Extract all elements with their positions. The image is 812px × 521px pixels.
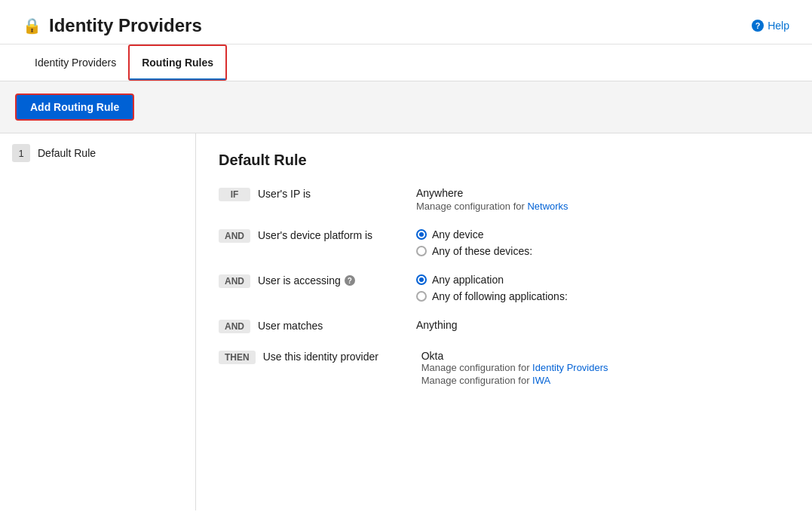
condition-label-device: User's device platform is: [258, 228, 416, 241]
iwa-link[interactable]: IWA: [532, 375, 550, 386]
condition-label-accessing: User is accessing ?: [258, 274, 416, 287]
radio-following-applications[interactable]: Any of following applications:: [416, 290, 568, 302]
help-circle-icon: ?: [752, 20, 764, 32]
radio-dot-any-device: [416, 229, 427, 240]
radio-dot-following-apps: [416, 291, 427, 302]
lock-icon: 🔒: [23, 17, 41, 35]
condition-value-then: Okta Manage configuration for Identity P…: [421, 350, 608, 386]
condition-row-accessing: AND User is accessing ? Any application …: [219, 274, 789, 302]
tab-identity-providers[interactable]: Identity Providers: [23, 44, 128, 81]
condition-value-ip: Anywhere Manage configuration for Networ…: [416, 187, 568, 212]
info-icon-accessing[interactable]: ?: [345, 275, 355, 286]
help-label: Help: [768, 20, 789, 32]
condition-badge-and-device: AND: [219, 229, 250, 243]
accessing-radio-group: Any application Any of following applica…: [416, 274, 568, 302]
condition-badge-then: THEN: [219, 351, 256, 364]
condition-row-then: THEN Use this identity provider Okta Man…: [219, 350, 789, 386]
condition-row-device: AND User's device platform is Any device…: [219, 228, 789, 257]
help-link[interactable]: ? Help: [752, 20, 789, 32]
tab-routing-rules[interactable]: Routing Rules: [128, 44, 227, 81]
rules-list: 1 Default Rule: [0, 133, 196, 510]
manage-iwa-text: Manage configuration for IWA: [421, 375, 608, 386]
add-routing-rule-button[interactable]: Add Routing Rule: [15, 93, 134, 121]
rule-number: 1: [12, 144, 30, 162]
radio-any-device[interactable]: Any device: [416, 228, 532, 241]
condition-badge-and-accessing: AND: [219, 274, 250, 288]
radio-dot-these-devices: [416, 246, 427, 256]
content-area: 1 Default Rule Default Rule IF User's IP…: [0, 133, 812, 510]
tabs-bar: Identity Providers Routing Rules: [0, 44, 812, 81]
condition-label-then: Use this identity provider: [263, 350, 421, 363]
condition-badge-if: IF: [219, 188, 250, 201]
networks-link[interactable]: Networks: [527, 201, 568, 212]
rule-detail: Default Rule IF User's IP is Anywhere Ma…: [196, 133, 812, 510]
manage-links: Manage configuration for Identity Provid…: [421, 362, 608, 386]
page-header: 🔒 Identity Providers ? Help: [0, 0, 812, 44]
radio-any-application[interactable]: Any application: [416, 274, 568, 286]
page-title: Identity Providers: [49, 15, 202, 36]
condition-value-matches: Anything: [416, 319, 457, 331]
condition-label-matches: User matches: [258, 319, 416, 332]
list-item[interactable]: 1 Default Rule: [0, 133, 195, 173]
manage-idp-text: Manage configuration for Identity Provid…: [421, 362, 608, 373]
rule-detail-title: Default Rule: [219, 152, 789, 169]
page-container: 🔒 Identity Providers ? Help Identity Pro…: [0, 0, 812, 521]
device-radio-group: Any device Any of these devices:: [416, 228, 532, 257]
condition-row-if: IF User's IP is Anywhere Manage configur…: [219, 187, 789, 212]
condition-label-ip: User's IP is: [258, 187, 416, 200]
condition-row-matches: AND User matches Anything: [219, 319, 789, 333]
manage-networks-text: Manage configuration for Networks: [416, 201, 568, 212]
toolbar: Add Routing Rule: [0, 81, 812, 133]
page-title-wrap: 🔒 Identity Providers: [23, 15, 202, 36]
condition-badge-and-matches: AND: [219, 320, 250, 333]
identity-providers-link[interactable]: Identity Providers: [532, 362, 608, 373]
okta-value: Okta: [421, 350, 444, 362]
radio-dot-any-app: [416, 274, 427, 285]
radio-these-devices[interactable]: Any of these devices:: [416, 245, 532, 257]
rule-name: Default Rule: [38, 147, 96, 159]
